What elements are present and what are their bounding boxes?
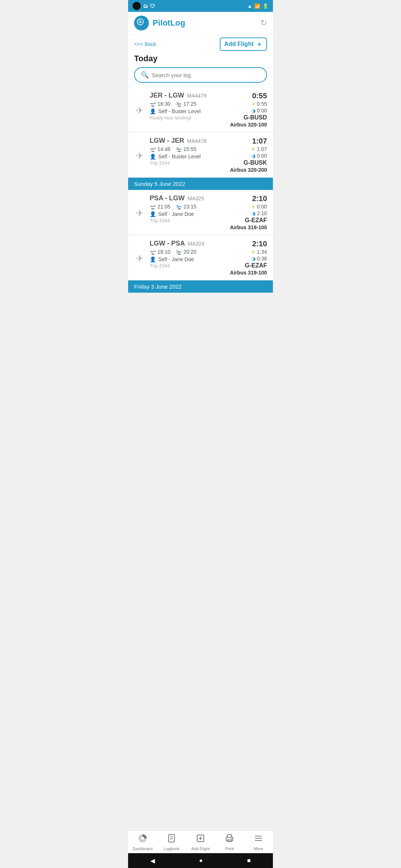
person-icon: 👤	[150, 154, 156, 160]
subheader: <<< Back Add Flight ＋ Today 🔍	[128, 34, 273, 87]
night-time-row: ◑ 0:00	[251, 108, 267, 114]
route-text: PSA - LGW	[150, 194, 185, 202]
aircraft-type: Airbus 319-100	[230, 224, 267, 230]
back-button[interactable]: <<< Back	[134, 41, 156, 47]
flight-note: Trip 3344	[150, 218, 218, 223]
flight-route: LGW - PSA MA324	[150, 240, 218, 247]
app-title-text: PilotLog	[153, 18, 257, 28]
flight-plane-icon: ✈	[134, 137, 145, 173]
total-time: 1:07	[252, 137, 267, 145]
status-left: 🗂 🛡	[133, 2, 155, 10]
landing-icon: 🛬	[176, 146, 182, 152]
nav-row: <<< Back Add Flight ＋	[134, 37, 267, 51]
dep-time: 🛫 14:48	[150, 146, 170, 152]
arr-time: 🛬 15:55	[176, 146, 196, 152]
status-sim-icon: 🗂	[143, 3, 148, 9]
flight-right: 2:10 ☀ 0:00 ◑ 2:10 G-EZAF Airbus 319-100	[222, 194, 267, 230]
total-time: 0:55	[252, 92, 267, 100]
registration: G-BUSD	[244, 114, 267, 121]
section-header-sunday: Sunday 5 June 2022	[128, 178, 273, 190]
status-bar: 🗂 🛡 ▲ 📶 🔋	[128, 0, 273, 12]
flight-number: MA4479	[187, 93, 206, 99]
flight-plane-icon: ✈	[134, 240, 145, 276]
aircraft-type: Airbus 320-200	[230, 167, 267, 173]
arr-time: 🛬 20:20	[176, 249, 196, 255]
route-text: JER - LGW	[150, 92, 184, 99]
status-shield-icon: 🛡	[150, 3, 155, 9]
sun-icon: ☀	[251, 249, 255, 255]
flight-route: LGW - JER MA4478	[150, 137, 218, 145]
flight-note: Trip 3344	[150, 263, 218, 269]
flight-crew: 👤 Self - Jane Doe	[150, 256, 218, 262]
takeoff-icon: 🛫	[150, 146, 156, 152]
flight-right: 2:10 ☀ 1:34 ◑ 0:36 G-EZAF Airbus 319-100	[222, 240, 267, 276]
status-right: ▲ 📶 🔋	[247, 3, 268, 9]
flight-card[interactable]: ✈ JER - LGW MA4479 🛫 16:30 🛬 17:25 👤 Sel…	[128, 87, 273, 132]
search-bar: 🔍	[134, 67, 267, 83]
flight-number: MA324	[188, 241, 204, 247]
flight-crew: 👤 Self - Buster Level	[150, 108, 218, 114]
takeoff-icon: 🛫	[150, 101, 156, 107]
section-header-friday: Friday 3 June 2022	[128, 280, 273, 293]
refresh-icon[interactable]: ↻	[260, 18, 267, 28]
content-area: ✈ JER - LGW MA4479 🛫 16:30 🛬 17:25 👤 Sel…	[128, 87, 273, 330]
add-flight-label: Add Flight	[224, 41, 254, 47]
flight-times: 🛫 16:30 🛬 17:25	[150, 101, 218, 107]
moon-icon: ◑	[251, 153, 255, 159]
page-title: Today	[134, 54, 267, 63]
person-icon: 👤	[150, 108, 156, 114]
flight-details: PSA - LGW MA325 🛫 21:05 🛬 23:15 👤 Self -…	[150, 194, 218, 230]
flight-crew: 👤 Self - Jane Doe	[150, 211, 218, 217]
flight-details: LGW - PSA MA324 🛫 18:10 🛬 20:20 👤 Self -…	[150, 240, 218, 276]
flight-crew: 👤 Self - Buster Level	[150, 154, 218, 160]
moon-icon: ◑	[251, 108, 255, 114]
person-icon: 👤	[150, 256, 156, 262]
dep-time: 🛫 18:10	[150, 249, 170, 255]
arr-time: 🛬 23:15	[176, 204, 196, 210]
sun-icon: ☀	[251, 101, 255, 107]
registration: G-EZAF	[245, 217, 267, 224]
total-time: 2:10	[252, 194, 267, 203]
dep-time: 🛫 16:30	[150, 101, 170, 107]
search-icon: 🔍	[141, 71, 149, 79]
total-time: 2:10	[252, 240, 267, 248]
sun-icon: ☀	[251, 147, 255, 152]
plus-icon: ＋	[256, 40, 263, 49]
route-text: LGW - JER	[150, 137, 184, 145]
arr-time: 🛬 17:25	[176, 101, 196, 107]
avatar	[133, 2, 141, 10]
flight-times: 🛫 18:10 🛬 20:20	[150, 249, 218, 255]
takeoff-icon: 🛫	[150, 204, 156, 210]
day-time-row: ☀ 0:00	[251, 204, 267, 210]
add-flight-button[interactable]: Add Flight ＋	[220, 37, 267, 51]
sun-icon: ☀	[251, 204, 255, 210]
wifi-icon: ▲	[247, 3, 252, 9]
flight-times: 🛫 21:05 🛬 23:15	[150, 204, 218, 210]
night-time-row: ◑ 0:36	[251, 256, 267, 262]
flight-right: 1:07 ☀ 1:07 ◑ 0:00 G-BUSK Airbus 320-200	[222, 137, 267, 173]
night-time-row: ◑ 2:10	[251, 210, 267, 216]
flight-times: 🛫 14:48 🛬 15:55	[150, 146, 218, 152]
aircraft-type: Airbus 320-100	[230, 122, 267, 128]
flight-plane-icon: ✈	[134, 92, 145, 128]
flight-note: Trip 3344	[150, 160, 218, 166]
flight-route: PSA - LGW MA325	[150, 194, 218, 202]
flight-plane-icon: ✈	[134, 194, 145, 230]
aircraft-type: Airbus 319-100	[230, 270, 267, 276]
day-time-row: ☀ 0:55	[251, 101, 267, 107]
registration: G-EZAF	[245, 262, 267, 269]
day-time-row: ☀ 1:34	[251, 249, 267, 255]
flight-card[interactable]: ✈ PSA - LGW MA325 🛫 21:05 🛬 23:15 👤 Self…	[128, 190, 273, 235]
landing-icon: 🛬	[176, 204, 182, 210]
flight-number: MA4478	[187, 138, 206, 144]
person-icon: 👤	[150, 211, 156, 217]
night-time-row: ◑ 0:00	[251, 153, 267, 159]
search-input[interactable]	[152, 72, 260, 78]
flight-card[interactable]: ✈ LGW - JER MA4478 🛫 14:48 🛬 15:55 👤 Sel…	[128, 132, 273, 178]
route-text: LGW - PSA	[150, 240, 185, 247]
registration: G-BUSK	[244, 160, 267, 166]
flight-details: JER - LGW MA4479 🛫 16:30 🛬 17:25 👤 Self …	[150, 92, 218, 128]
flight-number: MA325	[188, 195, 204, 201]
flight-card[interactable]: ✈ LGW - PSA MA324 🛫 18:10 🛬 20:20 👤 Self…	[128, 235, 273, 280]
takeoff-icon: 🛫	[150, 249, 156, 255]
